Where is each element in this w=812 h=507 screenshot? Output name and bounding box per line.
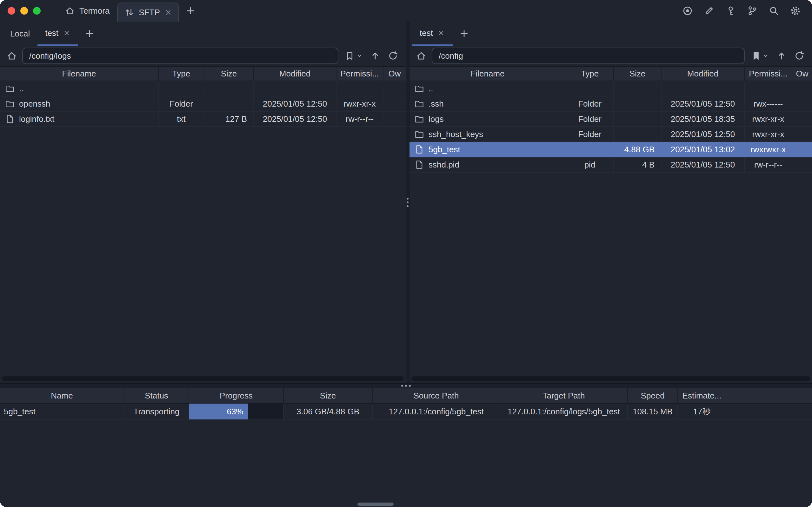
search-icon: [768, 5, 779, 16]
modified-cell: 2025/01/05 13:02: [661, 142, 745, 157]
arrow-up-icon: [776, 51, 787, 61]
bookmark-button[interactable]: [750, 48, 770, 63]
close-tab-icon[interactable]: [164, 9, 172, 16]
type-cell: Folder: [566, 127, 614, 142]
tab-test-left[interactable]: test: [38, 21, 78, 46]
path-input[interactable]: [22, 48, 338, 64]
left-panel-tabs: Local test: [0, 21, 406, 46]
folder-icon: [415, 84, 424, 93]
keys-button[interactable]: [723, 3, 738, 18]
column-header-name[interactable]: Name: [0, 388, 124, 403]
column-header-permissions[interactable]: Permissi...: [745, 67, 792, 80]
filename-cell: ..: [0, 81, 159, 96]
owner-cell: [792, 142, 812, 157]
column-header-filename[interactable]: Filename: [410, 67, 566, 80]
parent-directory-button[interactable]: [775, 48, 788, 63]
table-header: Filename Type Size Modified Permissi... …: [410, 66, 812, 81]
column-header-speed[interactable]: Speed: [628, 388, 678, 403]
owner-cell: [792, 157, 812, 172]
column-header-type[interactable]: Type: [566, 67, 614, 80]
transfer-row[interactable]: 5gb_test Transporting 63% 3.06 GB/4.88 G…: [0, 404, 812, 420]
column-header-owner[interactable]: Ow: [383, 67, 406, 80]
record-button[interactable]: [680, 3, 695, 18]
branch-button[interactable]: [745, 3, 760, 18]
titlebar-spacer: [202, 0, 680, 21]
tab-sftp[interactable]: SFTP: [117, 3, 179, 21]
column-header-estimate[interactable]: Estimate...: [678, 388, 726, 403]
file-row[interactable]: loginfo.txt txt 127 B 2025/01/05 12:50 r…: [0, 112, 406, 127]
transfer-splitter[interactable]: [0, 383, 812, 388]
modified-cell: 2025/01/05 12:50: [661, 157, 745, 172]
new-session-tab-button[interactable]: [453, 21, 476, 46]
size-cell: 4.88 GB: [614, 142, 661, 157]
size-cell: [614, 97, 661, 111]
home-icon[interactable]: [416, 50, 427, 61]
close-window-button[interactable]: [8, 7, 15, 15]
refresh-button[interactable]: [793, 48, 806, 63]
settings-button[interactable]: [788, 3, 803, 18]
column-header-filename[interactable]: Filename: [0, 67, 159, 80]
file-row[interactable]: ..: [410, 81, 812, 97]
owner-cell: [383, 97, 406, 111]
horizontal-scrollbar[interactable]: [412, 376, 810, 381]
zoom-window-button[interactable]: [33, 7, 41, 15]
bookmark-button[interactable]: [343, 48, 364, 63]
column-header-permissions[interactable]: Permissi...: [336, 67, 383, 80]
path-input[interactable]: [432, 48, 745, 64]
permissions-cell: rw-r--r--: [745, 157, 792, 172]
modified-cell: [254, 81, 336, 96]
tab-test-right[interactable]: test: [412, 21, 453, 46]
folder-icon: [415, 129, 424, 139]
column-header-target-path[interactable]: Target Path: [500, 388, 628, 403]
column-header-modified[interactable]: Modified: [254, 67, 336, 80]
column-header-type[interactable]: Type: [159, 67, 205, 80]
column-header-status[interactable]: Status: [124, 388, 189, 403]
home-icon[interactable]: [6, 50, 17, 61]
column-header-progress[interactable]: Progress: [189, 388, 284, 403]
tab-local[interactable]: Local: [3, 21, 38, 46]
titlebar: Termora SFTP: [0, 0, 812, 21]
column-header-owner[interactable]: Ow: [792, 67, 812, 80]
file-row[interactable]: .ssh Folder 2025/01/05 12:50 rwx------: [410, 97, 812, 112]
size-cell: [614, 81, 661, 96]
edit-button[interactable]: [702, 3, 717, 18]
type-cell: [566, 142, 614, 157]
folder-icon: [5, 84, 15, 93]
tab-termora[interactable]: Termora: [57, 0, 117, 21]
refresh-icon: [388, 51, 398, 61]
transfer-progress-cell: 63%: [189, 404, 284, 419]
left-pathbar: [0, 46, 406, 66]
new-session-tab-button[interactable]: [78, 21, 101, 46]
column-header-source-path[interactable]: Source Path: [373, 388, 500, 403]
file-icon: [415, 160, 424, 169]
refresh-button[interactable]: [387, 48, 399, 63]
file-row[interactable]: sshd.pid pid 4 B 2025/01/05 12:50 rw-r--…: [410, 157, 812, 173]
permissions-cell: rwx------: [745, 97, 792, 111]
file-row[interactable]: ssh_host_keys Folder 2025/01/05 12:50 rw…: [410, 127, 812, 142]
minimize-window-button[interactable]: [20, 7, 28, 15]
bottom-scrollbar-thumb[interactable]: [358, 503, 394, 506]
filename-cell: 5gb_test: [410, 142, 566, 157]
right-file-panel: test Filename Type: [410, 21, 812, 383]
key-icon: [725, 5, 736, 16]
file-row[interactable]: openssh Folder 2025/01/05 12:50 rwxr-xr-…: [0, 97, 406, 112]
modified-cell: 2025/01/05 18:35: [661, 112, 745, 126]
column-header-size[interactable]: Size: [614, 67, 661, 80]
column-header-size[interactable]: Size: [284, 388, 373, 403]
type-cell: [159, 81, 205, 96]
transfer-target-cell: 127.0.0.1:/config/logs/5gb_test: [500, 404, 628, 419]
file-row-selected[interactable]: 5gb_test 4.88 GB 2025/01/05 13:02 rwxrwx…: [410, 142, 812, 157]
panel-splitter[interactable]: [406, 21, 410, 383]
modified-cell: [661, 81, 745, 96]
file-row[interactable]: ..: [0, 81, 406, 97]
close-tab-icon[interactable]: [63, 29, 70, 37]
horizontal-scrollbar[interactable]: [2, 376, 404, 381]
file-row[interactable]: logs Folder 2025/01/05 18:35 rwxr-xr-x: [410, 112, 812, 127]
column-header-modified[interactable]: Modified: [661, 67, 745, 80]
column-header-size[interactable]: Size: [205, 67, 254, 80]
close-tab-icon[interactable]: [437, 29, 445, 37]
parent-directory-button[interactable]: [369, 48, 382, 63]
new-tab-button[interactable]: [179, 0, 202, 21]
search-button[interactable]: [766, 3, 781, 18]
modified-cell: 2025/01/05 12:50: [661, 97, 745, 111]
